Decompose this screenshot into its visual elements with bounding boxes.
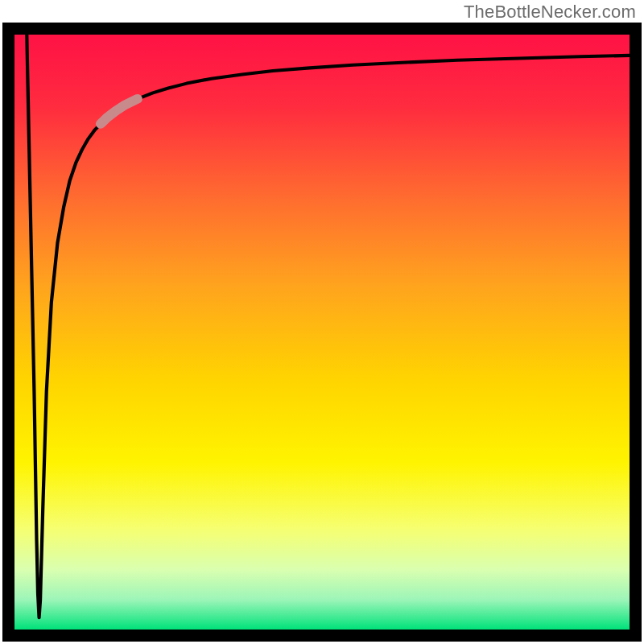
chart-curve: [14, 35, 630, 630]
chart-plot-area: [14, 35, 630, 630]
attribution-text: TheBottleNecker.com: [464, 2, 636, 23]
chart-frame: [2, 23, 642, 642]
